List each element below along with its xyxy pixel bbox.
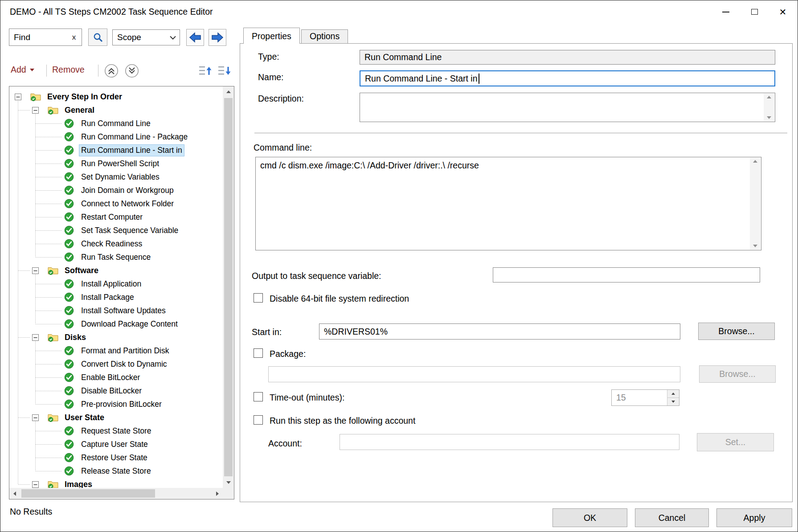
- step-check-icon: [64, 279, 74, 289]
- apply-button[interactable]: Apply: [716, 508, 792, 527]
- tree-group-software[interactable]: Software: [9, 264, 223, 277]
- collapse-icon[interactable]: [15, 94, 21, 100]
- clear-find-button[interactable]: x: [66, 33, 82, 42]
- collapse-all-button[interactable]: [217, 64, 232, 78]
- tree-group-disks[interactable]: Disks: [9, 331, 223, 344]
- disable-64bit-checkbox[interactable]: [254, 293, 263, 303]
- step-check-icon: [64, 359, 74, 369]
- remove-button-label: Remove: [52, 65, 85, 75]
- horizontal-scroll-thumb[interactable]: [21, 489, 155, 498]
- chevron-down-icon: [671, 401, 675, 403]
- name-input[interactable]: Run Command Line - Start in: [360, 70, 775, 86]
- collapse-icon[interactable]: [32, 107, 39, 114]
- maximize-button[interactable]: [740, 0, 769, 23]
- close-button[interactable]: ✕: [769, 0, 797, 23]
- find-next-button[interactable]: [209, 29, 226, 46]
- tree-step[interactable]: Install Application: [9, 277, 223, 291]
- tree-item-label: Disable BitLocker: [79, 385, 143, 397]
- tree-horizontal-scrollbar[interactable]: [9, 488, 223, 499]
- collapse-icon[interactable]: [32, 414, 39, 421]
- tree-step[interactable]: Disable BitLocker: [9, 384, 223, 397]
- step-check-icon: [64, 172, 74, 182]
- output-variable-input[interactable]: [493, 267, 760, 282]
- collapse-icon[interactable]: [32, 334, 39, 341]
- run-as-account-checkbox[interactable]: [254, 415, 263, 425]
- command-line-scrollbar[interactable]: [750, 158, 761, 250]
- scroll-down-button[interactable]: [223, 477, 234, 488]
- collapse-icon[interactable]: [32, 267, 39, 274]
- scroll-right-button[interactable]: [212, 488, 223, 499]
- cancel-button[interactable]: Cancel: [635, 508, 709, 527]
- description-textarea[interactable]: [360, 93, 775, 122]
- tab-properties[interactable]: Properties: [243, 28, 300, 44]
- tree-step[interactable]: Enable BitLocker: [9, 371, 223, 384]
- vertical-scroll-thumb[interactable]: [224, 98, 233, 476]
- expand-all-button[interactable]: [198, 64, 213, 78]
- package-label: Package:: [270, 349, 306, 359]
- tree-step[interactable]: Run Command Line - Start in: [9, 143, 223, 157]
- step-check-icon: [64, 386, 74, 396]
- tree-item-label: Pre-provision BitLocker: [79, 399, 164, 410]
- tree-step[interactable]: Format and Partition Disk: [9, 344, 223, 357]
- add-button[interactable]: Add: [11, 65, 34, 75]
- find-status: No Results: [10, 507, 52, 517]
- collapse-icon[interactable]: [32, 481, 39, 488]
- tree-step[interactable]: Run PowerShell Script: [9, 157, 223, 170]
- scope-select[interactable]: Scope: [112, 29, 180, 45]
- tree-step[interactable]: Set Task Sequence Variable: [9, 224, 223, 237]
- tree-step[interactable]: Pre-provision BitLocker: [9, 397, 223, 411]
- tree-step[interactable]: Convert Disk to Dynamic: [9, 357, 223, 371]
- folder-check-icon: [30, 92, 41, 101]
- step-check-icon: [64, 185, 74, 195]
- tree-step[interactable]: Release State Store: [9, 464, 223, 478]
- tree-step[interactable]: Restore User State: [9, 451, 223, 464]
- tab-options[interactable]: Options: [301, 29, 348, 43]
- scroll-left-button[interactable]: [9, 488, 20, 499]
- remove-button[interactable]: Remove: [52, 65, 85, 75]
- tree-step[interactable]: Restart Computer: [9, 210, 223, 224]
- tree-step[interactable]: Capture User State: [9, 438, 223, 451]
- tree-step[interactable]: Install Software Updates: [9, 304, 223, 317]
- timeout-spinner[interactable]: 15: [611, 389, 679, 406]
- spin-up-button[interactable]: [667, 390, 679, 397]
- tree-step[interactable]: Connect to Network Folder: [9, 197, 223, 210]
- chevron-down-icon: [30, 69, 34, 71]
- minimize-button[interactable]: [712, 0, 740, 23]
- step-check-icon: [64, 399, 74, 409]
- tree-step[interactable]: Join Domain or Workgroup: [9, 184, 223, 197]
- find-previous-button[interactable]: [186, 29, 204, 46]
- tree-item-label: Restart Computer: [79, 212, 144, 223]
- tree-step[interactable]: Set Dynamic Variables: [9, 170, 223, 184]
- tree-group-images[interactable]: Images: [9, 478, 223, 488]
- tree-vertical-scrollbar[interactable]: [223, 86, 234, 488]
- search-button[interactable]: [88, 29, 107, 46]
- tree-step[interactable]: Check Readiness: [9, 237, 223, 250]
- account-set-button: Set...: [697, 433, 774, 451]
- tree-group-general[interactable]: General: [9, 103, 223, 117]
- find-input[interactable]: Find x: [9, 29, 82, 46]
- account-label: Account:: [268, 438, 302, 449]
- ok-button[interactable]: OK: [552, 508, 627, 527]
- tree-step[interactable]: Run Command Line - Package: [9, 130, 223, 143]
- task-sequence-tree: Every Step In OrderGeneralRun Command Li…: [9, 86, 234, 499]
- tree-step[interactable]: Run Command Line: [9, 117, 223, 130]
- tree-step[interactable]: Download Package Content: [9, 317, 223, 331]
- description-scrollbar[interactable]: [764, 94, 774, 121]
- move-step-up-button[interactable]: [104, 64, 119, 78]
- start-in-input[interactable]: %DRIVERS01%: [319, 323, 680, 340]
- scroll-up-button[interactable]: [223, 86, 234, 97]
- chevron-up-icon: [753, 160, 757, 163]
- folder-check-icon: [48, 266, 58, 275]
- move-step-down-button[interactable]: [125, 64, 139, 78]
- tree-root[interactable]: Every Step In Order: [9, 90, 223, 103]
- tree-step[interactable]: Request State Store: [9, 424, 223, 438]
- step-check-icon: [64, 306, 74, 315]
- tree-group-user-state[interactable]: User State: [9, 411, 223, 424]
- tree-step[interactable]: Run Task Sequence: [9, 250, 223, 264]
- timeout-checkbox[interactable]: [254, 392, 263, 401]
- tree-step[interactable]: Install Package: [9, 291, 223, 304]
- start-in-browse-button[interactable]: Browse...: [698, 323, 775, 340]
- command-line-textarea[interactable]: cmd /c dism.exe /image:C:\ /Add-Driver /…: [255, 157, 761, 250]
- spin-down-button[interactable]: [667, 397, 679, 405]
- package-checkbox[interactable]: [254, 348, 263, 358]
